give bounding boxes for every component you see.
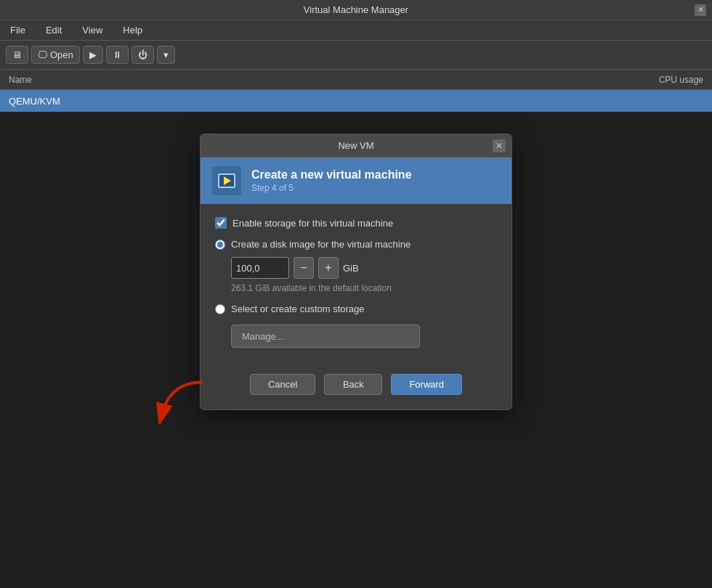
- toolbar-dropdown-button[interactable]: ▾: [157, 46, 175, 64]
- available-space-text: 263.1 GiB available in the default locat…: [231, 283, 497, 293]
- column-header: Name CPU usage: [0, 70, 712, 90]
- col-cpu: CPU usage: [659, 75, 703, 85]
- create-disk-radio[interactable]: [215, 240, 225, 250]
- dialog-close-button[interactable]: ✕: [493, 139, 506, 152]
- play-icon: ▶: [89, 49, 97, 60]
- custom-storage-radio-row: Select or create custom storage: [215, 303, 497, 314]
- col-name: Name: [9, 75, 32, 85]
- toolbar-screenshot-button[interactable]: 🖥: [6, 46, 28, 64]
- create-disk-label: Create a disk image for the virtual mach…: [231, 239, 410, 250]
- step-header: Create a new virtual machine Step 4 of 5: [201, 158, 511, 204]
- window-close-button[interactable]: ✕: [695, 4, 706, 16]
- window-title: Virtual Machine Manager: [304, 4, 408, 15]
- menu-view[interactable]: View: [78, 23, 107, 37]
- menu-file[interactable]: File: [6, 23, 30, 37]
- dialog-body: Enable storage for this virtual machine …: [201, 204, 511, 361]
- enable-storage-label: Enable storage for this virtual machine: [232, 218, 393, 229]
- enable-storage-checkbox[interactable]: [215, 217, 227, 229]
- chevron-down-icon: ▾: [163, 49, 169, 60]
- toolbar-pause-button[interactable]: ⏸: [106, 46, 129, 64]
- vm-screen-icon: [218, 173, 235, 188]
- disk-decrease-button[interactable]: −: [294, 257, 314, 279]
- create-disk-radio-row: Create a disk image for the virtual mach…: [215, 239, 497, 250]
- cancel-button[interactable]: Cancel: [250, 374, 315, 395]
- back-button[interactable]: Back: [324, 374, 382, 395]
- toolbar: 🖥 🖵 Open ▶ ⏸ ⏻ ▾: [0, 41, 712, 70]
- manage-button[interactable]: Manage...: [231, 324, 420, 348]
- vm-row[interactable]: QEMU/KVM: [0, 90, 712, 112]
- step-text: Create a new virtual machine Step 4 of 5: [251, 168, 412, 193]
- custom-storage-radio[interactable]: [215, 304, 225, 314]
- disk-increase-button[interactable]: +: [318, 257, 339, 279]
- monitor-icon: 🖵: [38, 49, 47, 60]
- vm-name: QEMU/KVM: [9, 96, 60, 107]
- power-icon: ⏻: [138, 49, 147, 60]
- forward-button[interactable]: Forward: [391, 374, 462, 395]
- screenshot-icon: 🖥: [12, 49, 22, 60]
- step-icon: [212, 166, 241, 195]
- new-vm-dialog: New VM ✕ Create a new virtual machine St…: [200, 134, 512, 410]
- disk-size-row: − + GiB: [231, 257, 497, 279]
- dialog-title: New VM: [338, 140, 373, 151]
- title-bar: Virtual Machine Manager ✕: [0, 0, 712, 20]
- dialog-footer: Cancel Back Forward: [201, 361, 511, 409]
- enable-storage-row: Enable storage for this virtual machine: [215, 217, 497, 229]
- step-subtitle: Step 4 of 5: [251, 183, 412, 193]
- content-area: New VM ✕ Create a new virtual machine St…: [0, 112, 712, 588]
- toolbar-play-button[interactable]: ▶: [83, 46, 103, 64]
- step-title: Create a new virtual machine: [251, 168, 412, 181]
- open-label: Open: [50, 49, 73, 60]
- menu-bar: File Edit View Help: [0, 20, 712, 41]
- menu-edit[interactable]: Edit: [41, 23, 66, 37]
- toolbar-power-button[interactable]: ⏻: [132, 46, 154, 64]
- pause-icon: ⏸: [113, 49, 122, 60]
- gib-label: GiB: [343, 263, 359, 274]
- custom-storage-label: Select or create custom storage: [231, 303, 365, 314]
- menu-help[interactable]: Help: [118, 23, 147, 37]
- dialog-overlay: New VM ✕ Create a new virtual machine St…: [0, 112, 712, 588]
- dialog-titlebar: New VM ✕: [201, 134, 511, 158]
- disk-size-input[interactable]: [231, 257, 289, 279]
- toolbar-open-button[interactable]: 🖵 Open: [31, 46, 80, 64]
- play-triangle-icon: [224, 176, 231, 185]
